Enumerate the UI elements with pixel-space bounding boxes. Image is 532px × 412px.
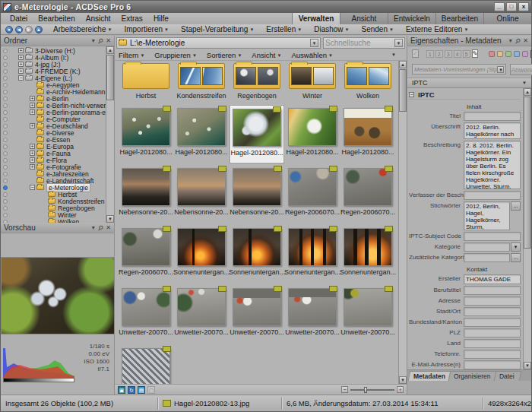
expander-icon[interactable]: −	[30, 185, 35, 190]
expander-icon[interactable]: +	[18, 55, 24, 60]
pin-icon[interactable]: ⚲	[513, 36, 523, 46]
panel-menu-icon[interactable]: ▾	[509, 36, 512, 46]
easy-select-icon[interactable]	[3, 83, 8, 87]
pin-icon[interactable]: ⚲	[96, 36, 106, 46]
scroll-down-icon[interactable]: ▼	[399, 376, 407, 384]
field-value[interactable]	[464, 339, 521, 348]
rating-button[interactable]: 5	[463, 50, 470, 58]
easy-select-icon[interactable]	[3, 138, 8, 142]
menu-item[interactable]: Datei	[5, 14, 32, 24]
easy-select-icon[interactable]	[3, 90, 8, 94]
refresh-icon[interactable]: ↻	[128, 386, 135, 394]
field-value[interactable]	[464, 112, 521, 121]
field-value[interactable]	[464, 318, 521, 327]
easy-select-icon[interactable]	[3, 117, 8, 122]
toolbar-button[interactable]: Senden▼	[362, 25, 394, 33]
chevron-down-icon[interactable]: ▼	[310, 39, 318, 47]
color-label-icon[interactable]	[489, 51, 495, 57]
easy-select-icon[interactable]	[3, 185, 8, 190]
zoom-out-icon[interactable]: −	[341, 386, 348, 393]
mode-tab[interactable]: Entwickeln	[388, 13, 435, 24]
easy-select-icon[interactable]	[3, 158, 8, 163]
easy-select-icon[interactable]	[3, 213, 8, 217]
easy-select-icon[interactable]	[3, 76, 8, 81]
color-label-icon[interactable]	[514, 51, 520, 57]
photo-tile[interactable]: Unwetter-20120...	[119, 346, 173, 384]
photo-tile[interactable]: Unwetter-20070...	[230, 286, 283, 343]
expander-icon[interactable]: +	[30, 103, 35, 108]
rating-button[interactable]: 4	[454, 50, 461, 58]
path-combo[interactable]: L:\e-Meterologie ▼	[116, 37, 321, 49]
color-label-icon[interactable]	[522, 51, 528, 57]
edit-checkbox[interactable]: ✓	[412, 49, 419, 58]
field-value[interactable]	[464, 350, 521, 359]
folder-tile[interactable]: Winter	[286, 63, 339, 103]
share-icon[interactable]: ▤	[138, 386, 145, 394]
toolbar-button[interactable]: Diashow▼	[314, 25, 349, 33]
photo-tile[interactable]: Sonnenuntergan...	[286, 226, 339, 283]
field-value[interactable]	[464, 242, 510, 252]
scroll-thumb[interactable]	[524, 97, 531, 249]
field-value[interactable]	[464, 307, 521, 316]
expander-icon[interactable]: −	[18, 75, 24, 81]
scroll-thumb[interactable]	[399, 69, 407, 112]
scroll-up-icon[interactable]: ▲	[524, 88, 531, 96]
panel-menu-icon[interactable]: ▾	[92, 223, 95, 233]
expander-icon[interactable]: +	[30, 144, 35, 149]
filter-button[interactable]: Filtern▼	[119, 51, 144, 59]
expander-icon[interactable]: +	[30, 109, 35, 115]
easy-select-icon[interactable]	[3, 206, 8, 211]
filter-overflow-icon[interactable]: ▼	[391, 52, 396, 57]
photo-tile[interactable]: Regen-2006070...	[119, 226, 173, 283]
easy-select-icon[interactable]	[3, 97, 8, 101]
folder-tile[interactable]: Regenbogen	[230, 63, 283, 103]
toolbar-button[interactable]: Stapel-Verarbeitung▼	[181, 25, 254, 33]
collapse-icon[interactable]: −	[409, 92, 414, 97]
photo-tile[interactable]: Hagel-2012080...	[230, 106, 283, 163]
filter-button[interactable]: Auswählen▼	[291, 51, 332, 59]
photo-tile[interactable]: Nebensonne-20...	[175, 166, 228, 223]
folder-tile[interactable]: Herbst	[119, 63, 173, 103]
expander-icon[interactable]: +	[30, 157, 35, 163]
field-value[interactable]	[464, 253, 510, 262]
easy-select-icon[interactable]	[3, 55, 8, 60]
scroll-down-icon[interactable]: ▼	[524, 362, 531, 369]
photo-tile[interactable]: Nebensonne-20...	[119, 166, 173, 223]
easy-select-icon[interactable]	[3, 110, 8, 115]
field-button[interactable]: ▾	[511, 242, 521, 252]
easy-select-icon[interactable]	[3, 165, 8, 170]
zoom-slider[interactable]	[350, 389, 394, 391]
sync-icon[interactable]: ▣	[118, 386, 125, 394]
folder-tree-scrollbar[interactable]: ▲ ▼	[106, 46, 114, 223]
menu-item[interactable]: Hilfe	[149, 14, 173, 24]
easy-select-icon[interactable]	[3, 151, 8, 156]
photo-tile[interactable]: Regen-2006070...	[286, 166, 339, 223]
apply-button[interactable]: Anwenden	[510, 64, 532, 75]
field-value[interactable]	[464, 286, 521, 295]
expander-icon[interactable]: +	[30, 96, 35, 101]
toolbar-button[interactable]: Arbeitsbereiche▼	[53, 25, 112, 33]
field-value[interactable]	[464, 360, 521, 369]
photo-tile[interactable]: Unwetter-20070...	[119, 286, 173, 343]
field-value[interactable]: THOMAS GADE	[464, 274, 521, 284]
easy-select-icon[interactable]	[3, 144, 8, 149]
grid-scrollbar[interactable]: ▲ ▼	[398, 61, 407, 384]
panel-menu-icon[interactable]: ▾	[92, 36, 95, 46]
nav-forward-icon[interactable]: ▶	[25, 26, 33, 33]
chevron-down-icon[interactable]: ▼	[394, 39, 403, 47]
photo-tile[interactable]: Hagel-2012080...	[119, 106, 173, 163]
photo-tile[interactable]: Hagel-2012080...	[286, 106, 339, 163]
rating-button[interactable]: 3	[445, 50, 452, 58]
toolbar-button[interactable]: Externe Editoren▼	[406, 25, 468, 33]
expander-icon[interactable]: +	[30, 164, 35, 170]
photo-tile[interactable]: Sonnenuntergan...	[175, 226, 228, 283]
clear-rating-icon[interactable]: ✎	[472, 49, 479, 58]
zoom-slider-thumb[interactable]	[364, 387, 367, 393]
photo-tile[interactable]: Sonnenuntergan...	[230, 226, 283, 283]
close-panel-icon[interactable]: ✕	[106, 36, 111, 46]
toolbar-button[interactable]: Importieren▼	[124, 25, 169, 33]
easy-select-icon[interactable]	[3, 69, 8, 74]
menu-item[interactable]: Bearbeiten	[33, 14, 79, 24]
minimize-button[interactable]: _	[494, 2, 505, 11]
easy-select-icon[interactable]	[3, 199, 8, 204]
